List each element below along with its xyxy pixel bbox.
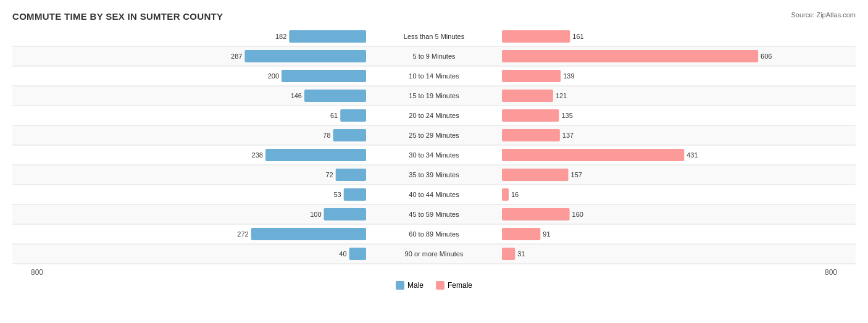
chart-svg-area: 182161Less than 5 Minutes2876065 to 9 Mi… (12, 27, 856, 290)
svg-text:40: 40 (339, 250, 346, 258)
legend-female: Female (436, 281, 472, 290)
svg-rect-38 (502, 129, 560, 141)
svg-text:287: 287 (231, 52, 242, 60)
female-legend-label: Female (448, 281, 472, 290)
svg-text:160: 160 (572, 211, 583, 218)
svg-text:431: 431 (686, 151, 698, 159)
svg-text:137: 137 (562, 132, 574, 139)
svg-text:272: 272 (237, 230, 248, 238)
svg-text:16: 16 (511, 191, 519, 198)
legend-male: Male (396, 281, 424, 290)
svg-text:53: 53 (333, 191, 341, 198)
svg-rect-24 (502, 90, 553, 102)
svg-text:25 to 29 Minutes: 25 to 29 Minutes (409, 132, 459, 139)
svg-rect-59 (502, 188, 509, 201)
svg-text:61: 61 (330, 112, 338, 119)
svg-text:161: 161 (572, 33, 583, 40)
svg-text:182: 182 (275, 33, 286, 40)
svg-text:40 to 44 Minutes: 40 to 44 Minutes (409, 191, 459, 198)
svg-rect-22 (304, 90, 366, 102)
svg-text:45 to 59 Minutes: 45 to 59 Minutes (409, 211, 459, 218)
svg-text:35 to 39 Minutes: 35 to 39 Minutes (409, 171, 459, 178)
male-legend-box (396, 281, 404, 290)
source-label: Source: ZipAtlas.com (791, 11, 856, 19)
svg-rect-71 (251, 228, 366, 240)
svg-text:238: 238 (252, 151, 263, 159)
svg-text:800: 800 (31, 268, 43, 277)
svg-text:157: 157 (571, 171, 582, 178)
svg-text:60 to 89 Minutes: 60 to 89 Minutes (409, 230, 459, 238)
svg-rect-36 (333, 129, 366, 141)
svg-text:139: 139 (563, 72, 574, 80)
svg-text:78: 78 (323, 132, 330, 139)
svg-text:121: 121 (556, 92, 567, 99)
svg-rect-1 (289, 30, 366, 43)
svg-rect-43 (265, 149, 366, 161)
svg-rect-73 (502, 228, 540, 240)
male-legend-label: Male (407, 281, 424, 290)
svg-rect-3 (502, 30, 570, 43)
svg-text:Less than 5 Minutes: Less than 5 Minutes (404, 33, 465, 40)
svg-rect-29 (340, 109, 366, 122)
chart-legend: Male Female (12, 281, 856, 290)
svg-text:31: 31 (517, 250, 525, 258)
svg-rect-50 (336, 169, 366, 181)
svg-text:146: 146 (291, 92, 302, 99)
svg-rect-66 (502, 208, 570, 220)
svg-rect-64 (324, 208, 367, 220)
svg-text:606: 606 (761, 52, 772, 60)
svg-text:200: 200 (268, 72, 279, 80)
svg-text:20 to 24 Minutes: 20 to 24 Minutes (409, 112, 459, 119)
svg-text:100: 100 (310, 211, 321, 218)
svg-rect-8 (244, 50, 366, 62)
svg-text:72: 72 (325, 171, 333, 178)
female-legend-box (436, 281, 444, 290)
svg-text:90 or more Minutes: 90 or more Minutes (405, 250, 464, 258)
svg-rect-45 (502, 149, 684, 161)
svg-rect-17 (502, 70, 561, 82)
svg-rect-78 (349, 248, 366, 260)
svg-rect-80 (502, 248, 515, 260)
svg-text:800: 800 (825, 268, 837, 277)
svg-rect-52 (502, 169, 569, 181)
svg-text:91: 91 (543, 230, 550, 238)
chart-title: COMMUTE TIME BY SEX IN SUMTER COUNTY (12, 11, 856, 22)
svg-rect-31 (502, 109, 559, 122)
svg-text:135: 135 (561, 112, 572, 119)
chart-container: COMMUTE TIME BY SEX IN SUMTER COUNTY Sou… (0, 0, 868, 323)
svg-rect-57 (344, 188, 366, 201)
svg-rect-10 (502, 50, 758, 62)
svg-text:5 to 9 Minutes: 5 to 9 Minutes (412, 52, 456, 60)
svg-text:10 to 14 Minutes: 10 to 14 Minutes (409, 72, 459, 80)
svg-text:30 to 34 Minutes: 30 to 34 Minutes (409, 151, 459, 159)
svg-rect-15 (282, 70, 366, 82)
svg-text:15 to 19 Minutes: 15 to 19 Minutes (409, 92, 459, 99)
